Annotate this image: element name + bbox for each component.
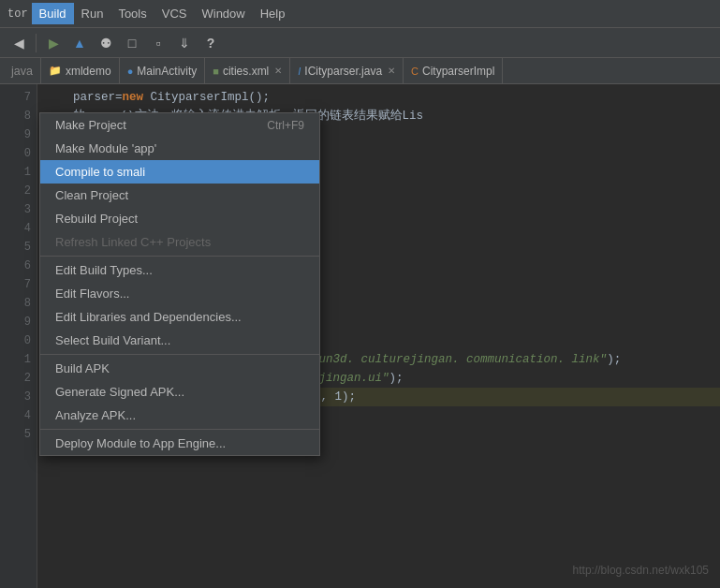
menu-divider-2 <box>40 354 319 355</box>
line-14: 4 <box>0 219 31 238</box>
line-15: 5 <box>0 238 31 257</box>
tab-xmldemo-label: xmldemo <box>66 65 111 78</box>
menu-help[interactable]: Help <box>253 3 293 24</box>
build-menu: Make Project Ctrl+F9 Make Module 'app' C… <box>39 112 320 456</box>
menu-rebuild-label: Rebuild Project <box>55 212 138 226</box>
line-24: 4 <box>0 406 31 425</box>
menu-deploy-label: Deploy Module to App Engine... <box>55 436 226 450</box>
line-16: 6 <box>0 257 31 275</box>
menu-make-module[interactable]: Make Module 'app' <box>40 137 319 160</box>
menu-divider-1 <box>40 256 319 257</box>
tab-java[interactable]: java <box>4 58 41 84</box>
menu-make-project-shortcut: Ctrl+F9 <box>267 119 304 132</box>
toolbar-download[interactable]: ⇓ <box>173 32 196 54</box>
interface-icon: I <box>298 66 301 77</box>
menu-generate-signed-label: Generate Signed APK... <box>55 385 184 399</box>
menu-vcs[interactable]: VCS <box>154 3 195 24</box>
menu-tools[interactable]: Tools <box>110 3 154 24</box>
toolbar: ◀ ▶ ▲ ⚉ □ ▫ ⇓ ? <box>0 28 720 58</box>
menu-refresh-cpp-label: Refresh Linked C++ Projects <box>55 235 211 249</box>
line-18: 8 <box>0 294 31 313</box>
tab-icityparser-close[interactable]: ✕ <box>388 66 395 76</box>
menu-select-variant-label: Select Build Variant... <box>55 333 170 347</box>
menu-analyze-apk-label: Analyze APK... <box>55 408 136 422</box>
watermark: http://blog.csdn.net/wxk105 <box>573 564 709 577</box>
menu-edit-build-types[interactable]: Edit Build Types... <box>40 258 319 282</box>
folder-icon: 📁 <box>49 65 62 77</box>
menu-make-project-label: Make Project <box>55 118 126 132</box>
menu-edit-flavors[interactable]: Edit Flavors... <box>40 282 319 305</box>
tab-icityparser[interactable]: I ICityparser.java ✕ <box>290 58 404 84</box>
line-11: 1 <box>0 163 31 182</box>
line-19: 9 <box>0 313 31 331</box>
menu-build-apk-label: Build APK <box>55 361 110 375</box>
toolbar-run[interactable]: ▶ <box>42 32 65 54</box>
menu-edit-libraries[interactable]: Edit Libraries and Dependencies... <box>40 305 319 329</box>
menu-edit-libraries-label: Edit Libraries and Dependencies... <box>55 310 242 324</box>
tab-citiesxml-close[interactable]: ✕ <box>274 66 282 76</box>
line-13: 3 <box>0 200 31 219</box>
toolbar-avd[interactable]: ▫ <box>147 32 169 54</box>
line-22: 2 <box>0 369 31 388</box>
menu-clean-label: Clean Project <box>55 188 128 202</box>
tab-mainactivity[interactable]: ● MainActivity <box>120 58 206 84</box>
line-23: 3 <box>0 388 31 406</box>
line-numbers: 7 8 9 0 1 2 3 4 5 6 7 8 9 0 1 2 3 4 5 <box>0 84 37 588</box>
editor-area: 7 8 9 0 1 2 3 4 5 6 7 8 9 0 1 2 3 4 5 pa… <box>0 84 720 588</box>
line-7: 7 <box>0 88 31 107</box>
menu-generate-signed[interactable]: Generate Signed APK... <box>40 380 319 404</box>
class-icon: C <box>411 66 419 77</box>
menu-select-variant[interactable]: Select Build Variant... <box>40 329 319 352</box>
menu-make-project[interactable]: Make Project Ctrl+F9 <box>40 113 319 137</box>
tab-mainactivity-label: MainActivity <box>137 65 197 78</box>
menu-left-text: tor <box>4 7 32 21</box>
line-10: 0 <box>0 144 31 163</box>
menu-analyze-apk[interactable]: Analyze APK... <box>40 404 319 427</box>
tab-citiesxml[interactable]: ■ cities.xml ✕ <box>205 58 290 84</box>
menu-build[interactable]: Build <box>32 3 74 24</box>
line-17: 7 <box>0 275 31 294</box>
menu-compile-smali[interactable]: Compile to smali <box>40 160 319 184</box>
tab-cityparserimpl-label: CityparserImpl <box>422 65 494 78</box>
tab-xmldemo[interactable]: 📁 xmldemo <box>41 58 120 84</box>
menu-edit-flavors-label: Edit Flavors... <box>55 287 129 301</box>
line-25: 5 <box>0 425 31 444</box>
menu-rebuild[interactable]: Rebuild Project <box>40 207 319 230</box>
line-12: 2 <box>0 182 31 200</box>
tabs-bar: java 📁 xmldemo ● MainActivity ■ cities.x… <box>0 58 720 84</box>
tab-java-label: java <box>11 65 33 78</box>
tab-cityparserimpl[interactable]: C CityparserImpl <box>404 58 503 84</box>
menu-divider-3 <box>40 429 319 430</box>
menu-compile-smali-label: Compile to smali <box>55 165 145 179</box>
toolbar-sync[interactable]: ⚉ <box>95 32 117 54</box>
line-8: 8 <box>0 107 31 125</box>
menu-refresh-cpp: Refresh Linked C++ Projects <box>40 230 319 254</box>
menu-deploy-app-engine[interactable]: Deploy Module to App Engine... <box>40 432 319 455</box>
line-9: 9 <box>0 125 31 144</box>
menu-run[interactable]: Run <box>74 3 111 24</box>
activity-icon: ● <box>127 66 134 77</box>
menu-window[interactable]: Window <box>194 3 252 24</box>
toolbar-back[interactable]: ◀ <box>7 32 30 54</box>
toolbar-sdk[interactable]: □ <box>121 32 143 54</box>
menu-build-apk[interactable]: Build APK <box>40 357 319 380</box>
toolbar-help[interactable]: ? <box>199 32 222 54</box>
tab-citiesxml-label: cities.xml <box>223 65 269 78</box>
menu-edit-build-types-label: Edit Build Types... <box>55 263 153 277</box>
menu-make-module-label: Make Module 'app' <box>55 141 156 155</box>
code-line-7: parser=new CityparserImpl(); <box>45 88 720 107</box>
menu-clean[interactable]: Clean Project <box>40 184 319 207</box>
menu-bar: tor Build Run Tools VCS Window Help <box>0 0 720 28</box>
tab-icityparser-label: ICityparser.java <box>304 65 382 78</box>
xml-icon: ■ <box>213 66 219 77</box>
line-21: 1 <box>0 350 31 369</box>
toolbar-debug[interactable]: ▲ <box>68 32 91 54</box>
line-20: 0 <box>0 331 31 350</box>
